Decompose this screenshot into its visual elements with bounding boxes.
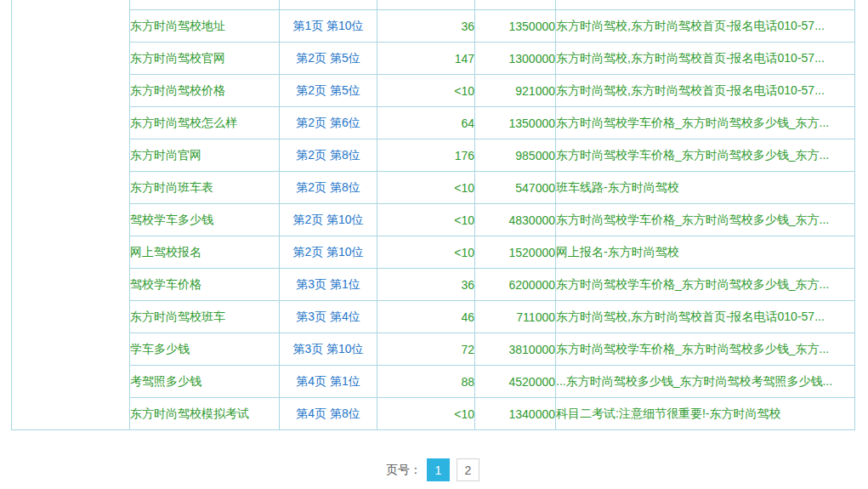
title-cell: 东方时尚驾校,东方时尚驾校首页-报名电话010-57... xyxy=(556,301,855,333)
keyword-cell: 东方时尚驾校地址 xyxy=(130,10,280,43)
keyword-cell: 考驾照多少钱 xyxy=(130,366,280,398)
metric-value: 46 xyxy=(461,310,474,324)
title-cell: 科目二考试:注意细节很重要!-东方时尚驾校 xyxy=(556,398,855,430)
rank-cell: 第2页 第10位 xyxy=(280,236,377,269)
rank-link[interactable]: 第2页 第6位 xyxy=(296,116,360,129)
keyword-text: 考驾照多少钱 xyxy=(130,374,201,388)
keyword-text: 东方时尚驾校官网 xyxy=(130,51,225,65)
cut-off-row xyxy=(12,0,855,10)
results-cell: 3810000 xyxy=(475,333,556,366)
rank-cell: 第2页 第5位 xyxy=(280,43,377,75)
results-cell: 1300000 xyxy=(475,43,556,75)
metric-cell: <10 xyxy=(377,75,475,107)
keyword-cell: 东方时尚驾校班车 xyxy=(130,301,280,333)
serp-title-text: 东方时尚驾校学车价格_东方时尚驾校多少钱_东方... xyxy=(556,213,829,226)
serp-title-text: 班车线路-东方时尚驾校 xyxy=(556,180,679,194)
rank-cell: 第4页 第1位 xyxy=(280,366,377,398)
metric-cell: <10 xyxy=(377,236,475,269)
table-row: 东方时尚官网 第2页 第8位 176 985000 东方时尚驾校学车价格_东方时… xyxy=(12,139,855,172)
serp-title-text: 东方时尚驾校学车价格_东方时尚驾校多少钱_东方... xyxy=(556,116,829,129)
page-button[interactable]: 2 xyxy=(457,458,479,481)
metric-cell: 72 xyxy=(377,333,475,366)
keyword-cell: 网上驾校报名 xyxy=(130,236,280,269)
merged-left-cell xyxy=(12,0,130,430)
title-cell: 班车线路-东方时尚驾校 xyxy=(556,172,855,204)
metric-value: 176 xyxy=(455,149,474,162)
rank-link[interactable]: 第2页 第5位 xyxy=(296,83,360,97)
rank-cell: 第3页 第10位 xyxy=(280,333,377,366)
rank-link[interactable]: 第2页 第5位 xyxy=(296,51,360,65)
results-cell: 6200000 xyxy=(475,269,556,301)
keyword-text: 东方时尚驾校价格 xyxy=(130,83,225,97)
table-row: 东方时尚驾校班车 第3页 第4位 46 711000 东方时尚驾校,东方时尚驾校… xyxy=(12,301,855,333)
results-value: 1520000 xyxy=(508,246,555,259)
rank-link[interactable]: 第3页 第1位 xyxy=(296,277,360,291)
keyword-cell: 东方时尚官网 xyxy=(130,139,280,172)
results-cell: 1350000 xyxy=(475,10,556,43)
serp-title-text: 东方时尚驾校,东方时尚驾校首页-报名电话010-57... xyxy=(556,51,825,65)
results-cell: 4520000 xyxy=(475,366,556,398)
table-row: 驾校学车多少钱 第2页 第10位 <10 4830000 东方时尚驾校学车价格_… xyxy=(12,204,855,236)
serp-title-text: 东方时尚驾校,东方时尚驾校首页-报名电话010-57... xyxy=(556,310,825,323)
table-row: 东方时尚驾校地址 第1页 第10位 36 1350000 东方时尚驾校,东方时尚… xyxy=(12,10,855,43)
metric-cell: 46 xyxy=(377,301,475,333)
pagination-label: 页号： xyxy=(386,463,422,478)
rank-cell: 第4页 第8位 xyxy=(280,398,377,430)
serp-title-text: 东方时尚驾校,东方时尚驾校首页-报名电话010-57... xyxy=(556,19,825,32)
rank-cell: 第2页 第8位 xyxy=(280,139,377,172)
table-row: 东方时尚驾校官网 第2页 第5位 147 1300000 东方时尚驾校,东方时尚… xyxy=(12,43,855,75)
keyword-text: 东方时尚驾校模拟考试 xyxy=(130,407,249,420)
rank-link[interactable]: 第4页 第1位 xyxy=(296,374,360,388)
rank-link[interactable]: 第4页 第8位 xyxy=(296,407,360,420)
keyword-ranking-table: 东方时尚驾校地址 第1页 第10位 36 1350000 东方时尚驾校,东方时尚… xyxy=(11,0,855,430)
metric-cell: <10 xyxy=(377,204,475,236)
keyword-text: 东方时尚驾校班车 xyxy=(130,310,225,323)
metric-value: 36 xyxy=(461,20,474,33)
results-value: 921000 xyxy=(515,84,555,98)
table-row: 考驾照多少钱 第4页 第1位 88 4520000 ...东方时尚驾校多少钱_东… xyxy=(12,366,855,398)
rank-link[interactable]: 第3页 第4位 xyxy=(296,310,360,323)
results-value: 1340000 xyxy=(508,407,555,421)
rank-cell: 第2页 第5位 xyxy=(280,75,377,107)
keyword-ranking-table-wrap: 东方时尚驾校地址 第1页 第10位 36 1350000 东方时尚驾校,东方时尚… xyxy=(11,0,855,430)
results-value: 711000 xyxy=(516,310,555,324)
metric-cell: 64 xyxy=(377,107,475,139)
title-cell: 东方时尚驾校学车价格_东方时尚驾校多少钱_东方... xyxy=(556,107,855,139)
results-value: 6200000 xyxy=(508,278,555,292)
keyword-text: 网上驾校报名 xyxy=(130,245,201,259)
serp-title-text: 东方时尚驾校学车价格_东方时尚驾校多少钱_东方... xyxy=(556,342,829,355)
title-cell: ...东方时尚驾校多少钱_东方时尚驾校考驾照多少钱... xyxy=(556,366,855,398)
page-button[interactable]: 1 xyxy=(427,458,450,481)
metric-value: <10 xyxy=(454,213,474,227)
title-cell: 东方时尚驾校,东方时尚驾校首页-报名电话010-57... xyxy=(556,75,855,107)
keyword-cell: 东方时尚驾校模拟考试 xyxy=(130,398,280,430)
keyword-text: 驾校学车价格 xyxy=(130,277,201,291)
results-cell: 547000 xyxy=(475,172,556,204)
rank-link[interactable]: 第2页 第8位 xyxy=(296,180,360,194)
table-row: 东方时尚驾校价格 第2页 第5位 <10 921000 东方时尚驾校,东方时尚驾… xyxy=(12,75,855,107)
cut-off-cell xyxy=(130,0,280,10)
metric-value: 36 xyxy=(461,278,474,292)
rank-cell: 第3页 第4位 xyxy=(280,301,377,333)
keyword-text: 东方时尚班车表 xyxy=(130,180,213,194)
metric-value: <10 xyxy=(454,181,474,195)
keyword-text: 驾校学车多少钱 xyxy=(130,213,213,226)
ranking-table-body: 东方时尚驾校地址 第1页 第10位 36 1350000 东方时尚驾校,东方时尚… xyxy=(12,0,855,430)
results-value: 985000 xyxy=(515,149,555,162)
table-row: 东方时尚驾校怎么样 第2页 第6位 64 1350000 东方时尚驾校学车价格_… xyxy=(12,107,855,139)
table-row: 学车多少钱 第3页 第10位 72 3810000 东方时尚驾校学车价格_东方时… xyxy=(12,333,855,366)
rank-link[interactable]: 第3页 第10位 xyxy=(292,342,363,355)
keyword-cell: 学车多少钱 xyxy=(130,333,280,366)
keyword-cell: 东方时尚驾校怎么样 xyxy=(130,107,280,139)
rank-link[interactable]: 第1页 第10位 xyxy=(292,19,363,32)
cut-off-cell xyxy=(556,0,855,10)
keyword-cell: 东方时尚班车表 xyxy=(130,172,280,204)
results-cell: 1350000 xyxy=(475,107,556,139)
metric-value: 72 xyxy=(461,343,474,356)
keyword-cell: 东方时尚驾校价格 xyxy=(130,75,280,107)
rank-link[interactable]: 第2页 第10位 xyxy=(292,245,363,259)
pagination-buttons: 12 xyxy=(427,458,479,481)
rank-link[interactable]: 第2页 第10位 xyxy=(292,213,363,226)
rank-cell: 第3页 第1位 xyxy=(280,269,377,301)
rank-link[interactable]: 第2页 第8位 xyxy=(296,148,360,162)
